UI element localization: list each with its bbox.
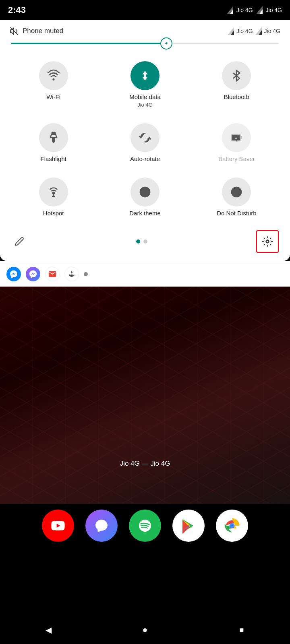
tile-hotspot[interactable]: Hotspot (10, 172, 97, 222)
carrier-2: Jio 4G (264, 28, 280, 34)
dock-playstore[interactable] (172, 510, 205, 542)
dock-spotify[interactable] (129, 510, 161, 542)
mobiledata-icon-circle (130, 61, 160, 90)
brightness-fill (11, 43, 166, 44)
brightness-thumb (160, 37, 172, 50)
page-dots (136, 239, 147, 244)
gear-icon (262, 236, 273, 247)
tile-donotdisturb[interactable]: Do Not Disturb (193, 172, 280, 222)
notif-usb (64, 267, 79, 281)
batterysaver-label: Battery Saver (218, 155, 255, 162)
tile-autorotate[interactable]: Auto-rotate (101, 118, 188, 168)
donotdisturb-icon (230, 186, 243, 198)
edit-button[interactable] (11, 233, 27, 250)
carrier-label-2: Jio 4G (266, 7, 282, 13)
navigation-bar: ◀ ● ■ (0, 616, 290, 644)
wifi-label: Wi-Fi (46, 93, 60, 100)
tile-mobiledata[interactable]: Mobile data Jio 4G (101, 56, 188, 114)
panel-footer (10, 226, 280, 253)
autorotate-label: Auto-rotate (130, 155, 160, 162)
dock-youtube[interactable] (42, 510, 74, 542)
darktheme-icon (139, 186, 151, 198)
donotdisturb-icon-circle (222, 178, 251, 206)
panel-top: Phone muted Jio 4G Jio 4G (10, 27, 280, 35)
signal-status: Jio 4G Jio 4G (228, 27, 280, 35)
page-dot-2 (143, 239, 147, 244)
carrier-1: Jio 4G (236, 28, 253, 34)
autorotate-icon (139, 131, 151, 144)
darktheme-icon-circle (130, 178, 160, 206)
notif-messenger-purple (26, 267, 40, 281)
donotdisturb-label: Do Not Disturb (217, 210, 256, 217)
muted-info: Phone muted (10, 27, 63, 35)
tile-flashlight[interactable]: Flashlight (10, 118, 97, 168)
settings-button[interactable] (256, 230, 279, 253)
hotspot-label: Hotspot (43, 210, 64, 217)
muted-label: Phone muted (23, 27, 63, 35)
darktheme-label: Dark theme (129, 210, 161, 217)
recents-button[interactable]: ■ (230, 618, 254, 642)
home-screen: Jio 4G — Jio 4G (0, 287, 290, 504)
signal-icon-2 (256, 6, 263, 14)
signal-strength-1 (228, 27, 234, 35)
dock-messenger[interactable] (85, 510, 118, 542)
hotspot-icon-circle (39, 178, 68, 206)
status-icons: Jio 4G Jio 4G (227, 6, 282, 14)
quick-tiles-grid: Wi-Fi Mobile data Jio 4G Bluetooth (10, 56, 280, 222)
quick-settings-panel: Phone muted Jio 4G Jio 4G (0, 20, 290, 261)
bluetooth-icon-circle (222, 61, 251, 90)
batterysaver-icon-circle (222, 123, 251, 152)
notification-bar (0, 261, 290, 287)
brightness-slider[interactable] (10, 43, 280, 44)
tile-batterysaver[interactable]: Battery Saver (193, 118, 280, 168)
batterysaver-icon (230, 131, 243, 144)
svg-point-14 (52, 192, 54, 194)
bluetooth-icon (230, 69, 243, 82)
svg-point-20 (266, 240, 269, 243)
wifi-icon (47, 69, 60, 82)
autorotate-icon-circle (130, 123, 160, 152)
mobiledata-sublabel: Jio 4G (137, 102, 153, 108)
flashlight-icon (47, 131, 60, 144)
mobiledata-icon (139, 69, 151, 82)
status-bar: 2:43 Jio 4G Jio 4G (0, 0, 290, 20)
wifi-icon-circle (39, 61, 68, 90)
svg-point-9 (53, 78, 54, 80)
notif-gmail (45, 267, 60, 281)
signal-icon-1 (227, 6, 233, 14)
page-dot-1 (136, 239, 140, 244)
tile-wifi[interactable]: Wi-Fi (10, 56, 97, 114)
notif-messenger-blue (6, 267, 21, 281)
mute-icon (10, 27, 19, 35)
status-time: 2:43 (8, 5, 26, 15)
bluetooth-label: Bluetooth (224, 93, 249, 100)
home-carrier-label: Jio 4G — Jio 4G (0, 460, 290, 468)
app-dock (0, 504, 290, 550)
back-button[interactable]: ◀ (36, 618, 60, 642)
mobiledata-label: Mobile data (129, 93, 161, 100)
svg-rect-11 (52, 138, 54, 142)
carrier-label-1: Jio 4G (236, 7, 253, 13)
signal-strength-2 (255, 27, 262, 35)
notif-dot (84, 272, 88, 276)
flashlight-label: Flashlight (41, 155, 66, 162)
brightness-track (11, 43, 279, 44)
tile-darktheme[interactable]: Dark theme (101, 172, 188, 222)
home-button[interactable]: ● (133, 618, 157, 642)
tile-bluetooth[interactable]: Bluetooth (193, 56, 280, 114)
hotspot-icon (47, 186, 60, 198)
dock-chrome[interactable] (216, 510, 248, 542)
pencil-icon (14, 237, 24, 246)
flashlight-icon-circle (39, 123, 68, 152)
